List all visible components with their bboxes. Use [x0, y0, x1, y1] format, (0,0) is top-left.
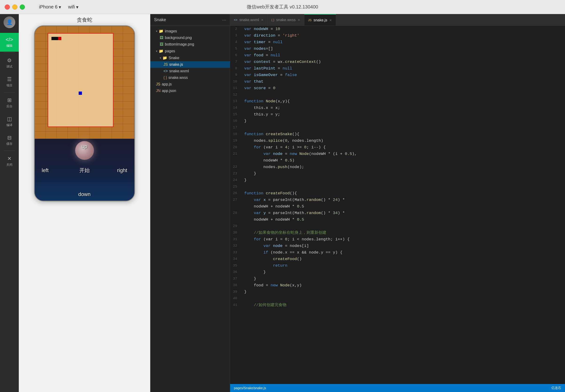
- game-play-area[interactable]: [48, 33, 113, 127]
- line-number: 7: [230, 59, 242, 65]
- tree-item-images-folder[interactable]: ▾ 📁 images: [150, 28, 230, 34]
- line-code: function createSnake(){: [242, 131, 565, 138]
- line-code: //如果食物的坐标在蛇身上，则重新创建: [242, 230, 565, 236]
- sidebar-debug-label: 调试: [6, 65, 13, 69]
- sidebar-divider-1: [3, 53, 15, 53]
- code-line-22: 22 nodes.push(node);: [230, 164, 565, 170]
- app-title: 微信web开发者工具 v0.12.130400: [247, 4, 318, 10]
- status-left: pages/Snake/snake.js: [234, 386, 266, 390]
- up-button[interactable]: up: [82, 143, 87, 150]
- tab-snake-wxml[interactable]: <> snake.wxml ✕: [230, 14, 268, 26]
- maximize-button[interactable]: [20, 4, 25, 10]
- tree-item-app-js[interactable]: JS app.js: [150, 81, 230, 87]
- controls-area: up left 开始 right down: [35, 139, 134, 201]
- tree-item-bottomimage-png[interactable]: 🖼 bottomImage.png: [150, 41, 230, 48]
- line-number: 27: [230, 197, 242, 203]
- code-line-26: 26 function createFood(){: [230, 190, 565, 197]
- sidebar-item-close[interactable]: ✕ 关闭: [0, 152, 19, 171]
- line-number: 19: [230, 138, 242, 144]
- line-code: this.y = y;: [242, 111, 565, 118]
- code-line-28: 28 var y = parseInt(Math.random() * 34) …: [230, 210, 565, 216]
- line-code: food = new Node(x,y): [242, 282, 565, 289]
- code-line-4: 4 var timer = null: [230, 39, 565, 45]
- close-button[interactable]: [5, 4, 10, 10]
- code-line-21: 21 var node = new Node(nodeWH * (i + 0.5…: [230, 151, 565, 157]
- line-code: }: [242, 177, 565, 183]
- sidebar-item-compile[interactable]: ◫ 编译: [0, 112, 19, 131]
- code-editor-panel: <> snake.wxml ✕ { } snake.wxss ✕ JS snak…: [230, 14, 565, 392]
- tree-item-snake-js[interactable]: JS snake.js: [150, 61, 230, 68]
- line-code: }: [242, 289, 565, 295]
- tab-snake-wxss[interactable]: { } snake.wxss ✕: [268, 14, 304, 26]
- wifi-label: wifi: [68, 4, 75, 10]
- tree-item-snake-wxml[interactable]: <> snake.wxml: [150, 68, 230, 74]
- line-number: 20: [230, 144, 242, 151]
- app-js-icon: JS: [156, 82, 160, 86]
- snake-body: [51, 37, 58, 40]
- sidebar-close-label: 关闭: [6, 163, 13, 167]
- line-number: 9: [230, 72, 242, 78]
- line-code: var lastPoint = null: [242, 65, 565, 72]
- tab-snake-js[interactable]: JS snake.js ✕: [304, 14, 336, 26]
- sidebar: 👤 </> 编辑 ⚙ 调试 ☰ 项目 ⊞ 后台 ◫ 编译 ⊟ 缓存: [0, 14, 19, 392]
- line-number: 17: [230, 125, 242, 131]
- line-code: nodes.splice(0, nodes.length): [242, 138, 565, 144]
- right-button[interactable]: right: [117, 167, 127, 173]
- status-version: 亿连石: [551, 386, 561, 390]
- file-tree-panel: Snake ··· ▾ 📁 images 🖼 background.png 🖼 …: [150, 14, 230, 392]
- line-number: 41: [230, 302, 242, 308]
- start-button[interactable]: 开始: [79, 167, 90, 174]
- code-line-12: 12: [230, 92, 565, 98]
- code-line-38: 38 food = new Node(x,y): [230, 282, 565, 289]
- tree-label-snake-js: snake.js: [169, 62, 183, 67]
- sidebar-item-debug[interactable]: ⚙ 调试: [0, 54, 19, 72]
- tree-label-snake-wxss: snake.wxss: [168, 76, 188, 80]
- device-selector[interactable]: iPhone 6 ▾: [39, 4, 61, 10]
- wifi-selector[interactable]: wifi ▾: [68, 4, 78, 10]
- line-number: 8: [230, 65, 242, 72]
- filetree-menu-button[interactable]: ···: [222, 17, 226, 23]
- down-button[interactable]: down: [78, 191, 91, 197]
- sidebar-cache-label: 缓存: [6, 142, 13, 146]
- tab-js-close[interactable]: ✕: [329, 18, 332, 22]
- cache-icon: ⊟: [7, 135, 12, 141]
- sidebar-item-backend[interactable]: ⊞ 后台: [0, 93, 19, 112]
- line-code: }: [242, 170, 565, 177]
- tree-item-snake-folder[interactable]: ▾ 📁 Snake: [150, 55, 230, 61]
- line-code: this.x = x;: [242, 105, 565, 111]
- minimize-button[interactable]: [12, 4, 17, 10]
- code-line-11: 11 var score = 0: [230, 85, 565, 92]
- code-line-25: 25: [230, 183, 565, 190]
- sidebar-item-cache[interactable]: ⊟ 缓存: [0, 131, 19, 150]
- code-line-24: 24 }: [230, 177, 565, 183]
- tree-label-bottomimage-png: bottomImage.png: [165, 42, 194, 46]
- code-line-34: 34 createFood(): [230, 256, 565, 262]
- line-number: 3: [230, 32, 242, 39]
- tree-item-pages-folder[interactable]: ▾ 📁 pages: [150, 48, 230, 55]
- image-icon: 🖼: [160, 36, 163, 40]
- line-code: if (node.x == x && node.y == y) {: [242, 249, 565, 256]
- status-path: pages/Snake/snake.js: [234, 386, 266, 390]
- sidebar-item-project[interactable]: ☰ 项目: [0, 72, 19, 91]
- line-code: var timer = null: [242, 39, 565, 45]
- tree-item-app-json[interactable]: JN app.json: [150, 87, 230, 94]
- line-number: 23: [230, 170, 242, 177]
- code-line-7: 7 var context = wx.createContext(): [230, 59, 565, 65]
- tree-item-background-png[interactable]: 🖼 background.png: [150, 34, 230, 41]
- game-background: [35, 26, 134, 139]
- line-code: }: [242, 118, 565, 125]
- tree-item-snake-wxss[interactable]: { } snake.wxss: [150, 74, 230, 81]
- tab-wxml-close[interactable]: ✕: [261, 18, 264, 22]
- tab-wxss-close[interactable]: ✕: [297, 18, 300, 22]
- avatar: 👤: [3, 16, 15, 28]
- filetree-title: Snake: [154, 17, 166, 22]
- game-canvas: up left 开始 right down: [35, 26, 134, 201]
- tree-label-app-json: app.json: [162, 89, 176, 93]
- sidebar-item-edit[interactable]: </> 编辑: [0, 33, 19, 52]
- line-number: 4: [230, 39, 242, 45]
- traffic-lights: [5, 4, 25, 10]
- code-line-19: 19 nodes.splice(0, nodes.length): [230, 138, 565, 144]
- code-line-16: 16 }: [230, 118, 565, 125]
- js-tab-icon: JS: [308, 18, 312, 22]
- left-button[interactable]: left: [42, 167, 49, 173]
